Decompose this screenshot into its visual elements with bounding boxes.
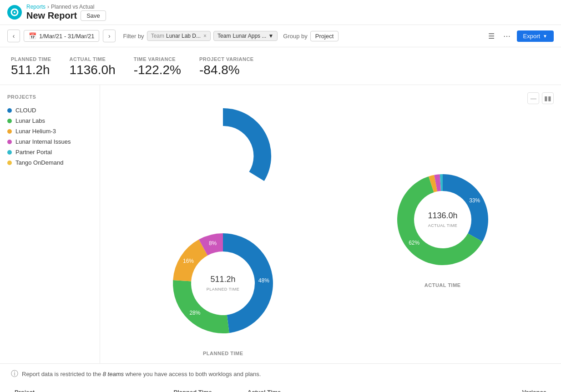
svg-point-1 <box>14 11 15 13</box>
actual-donut-label: ACTUAL TIME <box>425 282 461 288</box>
project-name: Lunar Helium-3 <box>15 128 56 135</box>
donut-segment-label: 62% <box>409 240 419 246</box>
data-table: Project Planned Time Actual Time Varianc… <box>11 384 550 392</box>
group-section: Group by Project <box>283 31 339 41</box>
filter2-dropdown-icon: ▼ <box>268 33 273 39</box>
filter-label: Filter by <box>123 33 144 40</box>
date-range-text: 1/Mar/21 - 31/Mar/21 <box>39 33 94 40</box>
info-text: Report data is restricted to the 8 teams… <box>22 371 261 377</box>
app-logo <box>7 5 22 20</box>
next-date-button[interactable]: › <box>103 30 116 42</box>
donut-segment-label: 48% <box>258 277 269 284</box>
project-variance-label: PROJECT VARIANCE <box>199 56 254 62</box>
donut-view-button[interactable]: ⸻ <box>527 92 539 104</box>
donut-center-value: 511.2h <box>211 275 236 284</box>
export-button[interactable]: Export ▼ <box>517 30 554 42</box>
col-bar <box>284 384 496 392</box>
header-left: Reports › Planned vs Actual New Report S… <box>26 4 106 21</box>
sidebar-projects-list: CLOUDLunar LabsLunar Helium-3Lunar Inter… <box>7 105 92 168</box>
actual-time-value: 1136.0h <box>70 63 116 77</box>
stat-project-variance: PROJECT VARIANCE -84.8% <box>199 56 254 77</box>
filter1-label: Team <box>151 33 164 39</box>
planned-time-value: 511.2h <box>11 63 51 77</box>
sidebar-item-cloud[interactable]: CLOUD <box>7 105 92 116</box>
filter2-label: Team <box>217 33 231 39</box>
donut-segment-label: 33% <box>469 197 480 204</box>
info-text-after: where you have access to both worklogs a… <box>124 371 261 377</box>
chart-view-icons: ⸻ ▮▮ <box>527 92 554 104</box>
time-variance-value: -122.2% <box>134 63 181 77</box>
project-name: CLOUD <box>15 107 36 114</box>
project-name: Lunar Internal Issues <box>15 138 71 145</box>
filter-section: Filter by Team Lunar Lab D... × Team Lun… <box>123 31 278 41</box>
stat-actual-time: ACTUAL TIME 1136.0h <box>70 56 116 77</box>
sidebar-item-lunar-internal-issues[interactable]: Lunar Internal Issues <box>7 136 92 147</box>
sidebar: PROJECTS CLOUDLunar LabsLunar Helium-3Lu… <box>0 85 100 363</box>
breadcrumb-sep: › <box>47 4 49 10</box>
actual-donut: 33%62%1136.0hACTUAL TIME <box>384 161 502 279</box>
toolbar-icons: ☰ ⋯ <box>485 30 513 42</box>
project-dot <box>7 161 12 165</box>
breadcrumb: Reports › Planned vs Actual <box>26 4 106 10</box>
filter1-value: Lunar Lab D... <box>166 33 201 39</box>
stats-row: PLANNED TIME 511.2h ACTUAL TIME 1136.0h … <box>0 47 561 85</box>
breadcrumb-planned: Planned vs Actual <box>51 4 94 10</box>
project-dot <box>7 119 12 123</box>
bar-view-button[interactable]: ▮▮ <box>542 92 554 104</box>
col-variance: Variance <box>496 384 550 392</box>
more-options-button[interactable]: ⋯ <box>500 30 513 42</box>
charts-container: 48%28%16%8%511.2hPLANNED TIME PLANNED TI… <box>111 92 550 356</box>
info-bar: ⓘ Report data is restricted to the 8 tea… <box>0 363 561 384</box>
project-dot <box>7 150 12 155</box>
col-planned: Planned Time <box>138 384 216 392</box>
project-dot <box>7 129 12 134</box>
charts-area: ⸻ ▮▮ 48%28%16%8%511.2h <box>100 85 561 363</box>
donut-center-label: ACTUAL TIME <box>428 223 457 228</box>
actual-time-chart: 33%62%1136.0hACTUAL TIME ACTUAL TIME <box>384 161 502 288</box>
donut-segment-label: 28% <box>190 310 201 316</box>
sidebar-item-partner-portal[interactable]: Partner Portal <box>7 147 92 157</box>
project-variance-value: -84.8% <box>199 63 254 77</box>
planned-donut: 48%28%16%8%511.2hPLANNED TIME <box>159 220 287 347</box>
col-project: Project <box>11 384 138 392</box>
prev-date-button[interactable]: ‹ <box>7 30 20 42</box>
group-label: Group by <box>283 33 307 40</box>
donut-segment-label: 8% <box>209 240 217 246</box>
col-actual: Actual Time <box>216 384 284 392</box>
project-dot <box>7 140 12 144</box>
filter-tag-2[interactable]: Team Lunar Apps ... ▼ <box>213 31 278 41</box>
project-name: Tango OnDemand <box>15 159 64 166</box>
filter1-close-icon[interactable]: × <box>203 33 207 39</box>
table-section: Project Planned Time Actual Time Varianc… <box>0 384 561 392</box>
toolbar: ‹ 📅 1/Mar/21 - 31/Mar/21 › Filter by Tea… <box>0 25 561 47</box>
stat-planned-time: PLANNED TIME 511.2h <box>11 56 51 77</box>
sidebar-item-tango-ondemand[interactable]: Tango OnDemand <box>7 157 92 168</box>
main-content: PROJECTS CLOUDLunar LabsLunar Helium-3Lu… <box>0 85 561 363</box>
stat-time-variance: TIME VARIANCE -122.2% <box>134 56 181 77</box>
report-title: New Report <box>26 10 77 21</box>
filter-tag-1[interactable]: Team Lunar Lab D... × <box>147 31 211 41</box>
planned-time-chart: 48%28%16%8%511.2hPLANNED TIME PLANNED TI… <box>159 92 287 356</box>
project-name: Partner Portal <box>15 149 52 156</box>
export-caret-icon: ▼ <box>543 34 547 39</box>
sidebar-item-lunar-helium-3[interactable]: Lunar Helium-3 <box>7 126 92 136</box>
save-button[interactable]: Save <box>81 10 106 21</box>
planned-donut-svg <box>159 92 287 220</box>
export-label: Export <box>523 33 541 40</box>
group-value[interactable]: Project <box>310 31 339 41</box>
date-range-picker[interactable]: 📅 1/Mar/21 - 31/Mar/21 <box>24 30 99 42</box>
planned-donut-label: PLANNED TIME <box>203 351 243 356</box>
sidebar-item-lunar-labs[interactable]: Lunar Labs <box>7 116 92 126</box>
planned-time-label: PLANNED TIME <box>11 56 51 62</box>
list-view-button[interactable]: ☰ <box>485 30 498 42</box>
time-variance-label: TIME VARIANCE <box>134 56 181 62</box>
info-text-before: Report data is restricted to the <box>22 371 103 377</box>
donut-segment-label: 16% <box>183 258 194 264</box>
breadcrumb-reports[interactable]: Reports <box>26 4 45 10</box>
filter2-value: Lunar Apps ... <box>232 33 266 39</box>
project-dot <box>7 108 12 113</box>
sidebar-title: PROJECTS <box>7 94 92 100</box>
actual-time-label: ACTUAL TIME <box>70 56 116 62</box>
info-icon: ⓘ <box>11 369 18 379</box>
info-teams-text: 8 teams <box>103 371 124 377</box>
